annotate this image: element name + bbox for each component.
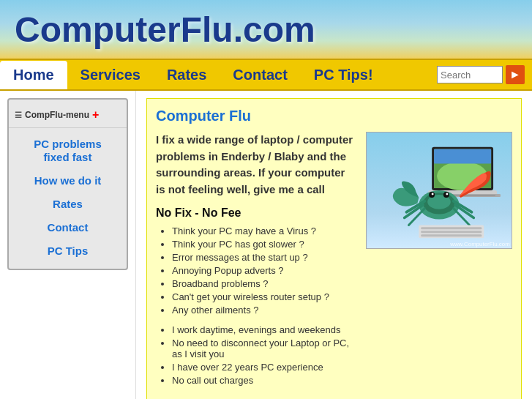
svg-point-14 [432, 193, 434, 195]
svg-text:www.ComputerFlu.com: www.ComputerFlu.com [449, 241, 510, 247]
list-item: Broadband problems ? [172, 278, 357, 289]
list-item: Think your PC has got slower ? [172, 239, 357, 250]
no-fix-label: No Fix - No Fee [156, 206, 357, 220]
list-item: No need to disconnect your Laptop or PC,… [172, 338, 357, 359]
main-layout: ☰ CompFlu-menu + PC problemsfixed fast H… [0, 91, 532, 399]
list-item: Annoying Popup adverts ? [172, 265, 357, 276]
list-item: Error messages at the start up ? [172, 252, 357, 263]
svg-rect-5 [434, 149, 491, 164]
svg-rect-25 [421, 234, 482, 236]
nav-services[interactable]: Services [67, 61, 154, 89]
sidebar-item-howwedoit[interactable]: How we do it [9, 169, 127, 193]
sidebar-item-pctips[interactable]: PC Tips [9, 239, 127, 263]
sidebar-menu: ☰ CompFlu-menu + PC problemsfixed fast H… [7, 98, 128, 270]
sidebar: ☰ CompFlu-menu + PC problemsfixed fast H… [0, 91, 135, 399]
nav-pctips[interactable]: PC Tips! [301, 61, 386, 89]
page-title: Computer Flu [156, 108, 512, 124]
list-item: Can't get your wireless router setup ? [172, 291, 357, 302]
sidebar-item-contact[interactable]: Contact [9, 216, 127, 239]
navigation-bar: Home Services Rates Contact PC Tips! ► [0, 59, 532, 91]
text-section: I fix a wide range of laptop / computer … [156, 132, 357, 395]
nav-rates[interactable]: Rates [154, 61, 220, 89]
sidebar-item-problems[interactable]: PC problemsfixed fast [9, 133, 127, 169]
list-item: Any other ailments ? [172, 305, 357, 316]
hero-image: www.ComputerFlu.com [366, 132, 512, 249]
search-input[interactable] [437, 66, 503, 83]
svg-point-15 [446, 193, 448, 195]
sidebar-menu-label: CompFlu-menu [25, 110, 89, 120]
search-area: ► [437, 65, 532, 84]
svg-rect-24 [421, 231, 482, 233]
menu-icon: ☰ [15, 111, 22, 120]
svg-rect-23 [421, 227, 482, 229]
sidebar-title: ☰ CompFlu-menu + [9, 105, 127, 128]
site-title: ComputerFlu.com [15, 10, 315, 50]
content-area: Computer Flu I fix a wide range of lapto… [135, 91, 532, 399]
sidebar-item-rates[interactable]: Rates [9, 193, 127, 216]
nav-home[interactable]: Home [0, 61, 67, 89]
nav-contact[interactable]: Contact [220, 61, 300, 89]
list-item: I have over 22 years PC experience [172, 362, 357, 373]
search-button[interactable]: ► [506, 65, 525, 84]
list-item: No call out charges [172, 375, 357, 386]
intro-text: I fix a wide range of laptop / computer … [156, 132, 357, 198]
content-inner: I fix a wide range of laptop / computer … [156, 132, 512, 395]
list-item: I work daytime, evenings and weekends [172, 324, 357, 335]
computer-crab-svg: www.ComputerFlu.com [367, 133, 512, 248]
sidebar-plus-icon: + [92, 108, 99, 122]
content-wrapper: Computer Flu I fix a wide range of lapto… [146, 98, 522, 399]
info-list: I work daytime, evenings and weekends No… [156, 324, 357, 386]
list-item: Think your PC may have a Virus ? [172, 225, 357, 236]
site-header: ComputerFlu.com [0, 0, 532, 59]
problems-list: Think your PC may have a Virus ? Think y… [156, 225, 357, 316]
